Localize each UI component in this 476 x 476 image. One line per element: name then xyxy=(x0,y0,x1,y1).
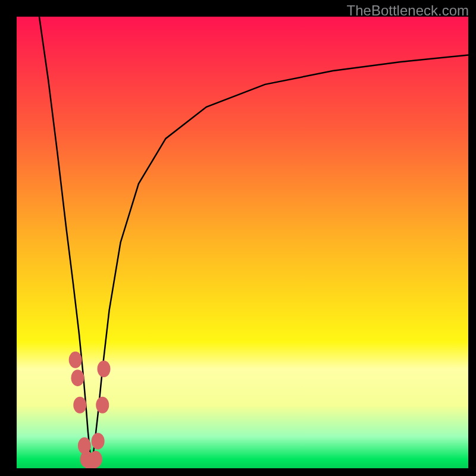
chart-plot xyxy=(17,17,468,468)
chart-marker xyxy=(71,369,84,386)
chart-marker xyxy=(69,352,82,368)
chart-marker xyxy=(89,451,102,468)
chart-marker xyxy=(97,361,110,377)
chart-marker xyxy=(73,397,86,414)
chart-frame: TheBottleneck.com xyxy=(0,0,476,476)
chart-marker xyxy=(96,397,109,414)
chart-marker xyxy=(92,433,105,449)
watermark-text: TheBottleneck.com xyxy=(347,2,469,19)
